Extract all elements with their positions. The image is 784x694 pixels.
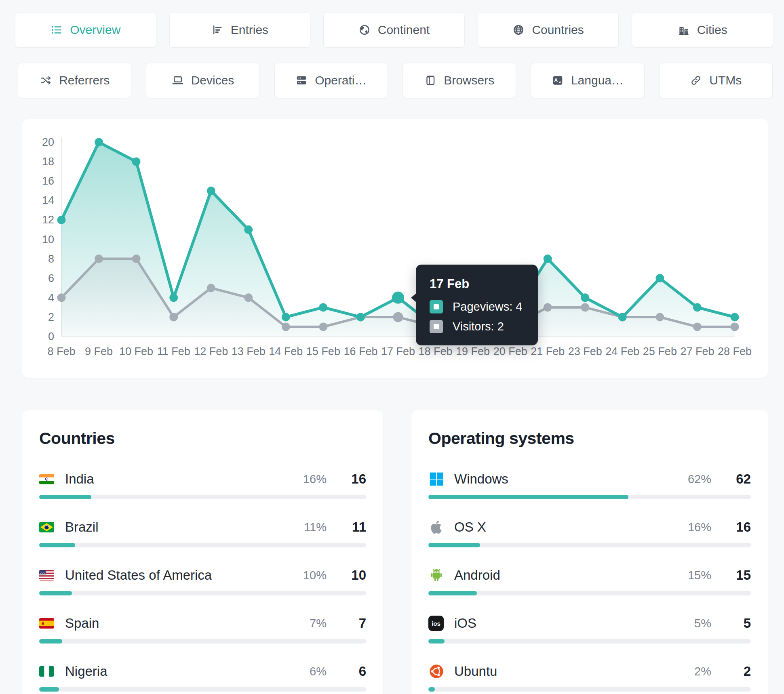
- list-icon: [51, 24, 63, 36]
- svg-text:9 Feb: 9 Feb: [85, 345, 113, 358]
- item-percent: 62%: [688, 473, 711, 486]
- android-icon: [428, 567, 454, 583]
- progress-track: [428, 591, 751, 595]
- pageviews-point[interactable]: [544, 254, 552, 263]
- continent-icon: [358, 24, 371, 36]
- tab-overview[interactable]: Overview: [15, 12, 156, 48]
- pageviews-point[interactable]: [282, 313, 290, 321]
- progress-track: [428, 687, 751, 692]
- tooltip-metric: Pageviews: 4: [453, 300, 523, 313]
- visitors-point[interactable]: [132, 254, 141, 263]
- tooltip-row-pageviews: Pageviews: 4: [430, 300, 524, 313]
- item-percent: 2%: [694, 665, 711, 678]
- buildings-icon: [678, 24, 690, 36]
- svg-text:17 Feb: 17 Feb: [381, 345, 415, 358]
- pageviews-point[interactable]: [244, 225, 253, 234]
- visitors-point[interactable]: [581, 303, 589, 311]
- visitors-point[interactable]: [544, 303, 552, 311]
- list-row: Windows62%62: [428, 470, 751, 488]
- svg-text:16 Feb: 16 Feb: [344, 345, 377, 358]
- list-item-os-x: OS X16%16: [428, 518, 751, 547]
- list-item-android: Android15%15: [428, 566, 751, 595]
- progress-track: [428, 639, 751, 644]
- tab-referrers[interactable]: Referrers: [18, 63, 131, 98]
- visitors-point[interactable]: [655, 313, 664, 321]
- item-name: Nigeria: [65, 664, 107, 679]
- visitors-point[interactable]: [693, 323, 702, 331]
- svg-text:12 Feb: 12 Feb: [194, 345, 228, 358]
- progress-fill: [39, 495, 91, 499]
- pageviews-point[interactable]: [132, 158, 141, 166]
- server-icon: [295, 74, 308, 86]
- tabs-row-primary: OverviewEntriesContinentCountriesCities: [15, 12, 773, 48]
- tab-devices[interactable]: Devices: [146, 63, 259, 98]
- item-name: Brazil: [65, 519, 99, 535]
- item-count: 16: [724, 519, 751, 535]
- svg-text:z: z: [559, 79, 561, 84]
- svg-text:15 Feb: 15 Feb: [306, 345, 340, 358]
- visitors-point[interactable]: [319, 323, 327, 331]
- pageviews-point[interactable]: [581, 293, 589, 302]
- ios-icon: ios: [428, 616, 454, 631]
- pageviews-point[interactable]: [392, 292, 404, 304]
- progress-fill: [39, 543, 75, 547]
- tab-browsers[interactable]: Browsers: [403, 63, 516, 98]
- svg-text:20 Feb: 20 Feb: [493, 345, 527, 358]
- pageviews-point[interactable]: [207, 187, 215, 195]
- item-percent: 7%: [310, 617, 327, 630]
- pageviews-point[interactable]: [169, 293, 178, 302]
- chart-area: 024681012141618208 Feb9 Feb10 Feb11 Feb1…: [22, 119, 768, 378]
- svg-text:13 Feb: 13 Feb: [232, 345, 266, 358]
- item-name: India: [65, 471, 94, 487]
- item-count: 10: [339, 568, 366, 583]
- svg-text:14: 14: [42, 194, 54, 206]
- pageviews-point[interactable]: [319, 303, 327, 311]
- progress-fill: [428, 495, 628, 499]
- visitors-point[interactable]: [282, 323, 290, 331]
- svg-text:18 Feb: 18 Feb: [419, 345, 453, 358]
- tab-cities[interactable]: Cities: [632, 12, 773, 48]
- visitors-point[interactable]: [244, 293, 253, 302]
- item-count: 7: [339, 616, 366, 631]
- item-name: Spain: [65, 616, 99, 631]
- operating-systems-list: Windows62%62OS X16%16Android15%15iosiOS5…: [428, 470, 751, 692]
- tab-continent[interactable]: Continent: [323, 12, 465, 48]
- visitors-point[interactable]: [57, 293, 66, 302]
- progress-fill: [39, 687, 59, 692]
- list-row: Brazil11%11: [39, 518, 366, 536]
- browser-icon: [424, 74, 436, 86]
- pageviews-point[interactable]: [356, 313, 365, 321]
- pageviews-point[interactable]: [655, 274, 664, 282]
- pageviews-point[interactable]: [618, 313, 627, 321]
- item-count: 2: [724, 664, 751, 679]
- tab-label: Entries: [231, 23, 268, 37]
- tab-entries[interactable]: Entries: [169, 12, 311, 48]
- tab-operati[interactable]: Operati…: [274, 63, 388, 98]
- visitors-point[interactable]: [393, 312, 403, 322]
- pageviews-point[interactable]: [693, 303, 702, 311]
- progress-track: [39, 591, 366, 595]
- tab-label: Devices: [191, 74, 234, 87]
- svg-text:12: 12: [42, 214, 54, 226]
- pageviews-point[interactable]: [57, 216, 66, 224]
- svg-text:8: 8: [48, 253, 54, 265]
- traffic-line-chart: 024681012141618208 Feb9 Feb10 Feb11 Feb1…: [22, 119, 768, 378]
- item-name: Windows: [454, 471, 508, 487]
- visitors-point[interactable]: [169, 313, 178, 321]
- svg-text:18: 18: [42, 156, 54, 168]
- item-percent: 11%: [304, 521, 327, 534]
- pageviews-point[interactable]: [95, 138, 103, 147]
- tab-utms[interactable]: UTMs: [659, 63, 773, 98]
- tab-langua[interactable]: AzLangua…: [531, 63, 644, 98]
- visitors-point[interactable]: [95, 254, 103, 263]
- visitors-point[interactable]: [731, 323, 739, 331]
- laptop-icon: [172, 74, 184, 86]
- progress-fill: [428, 687, 435, 692]
- list-item-windows: Windows62%62: [428, 470, 751, 499]
- tab-countries[interactable]: Countries: [478, 12, 619, 48]
- flag-india-icon: [39, 474, 65, 484]
- tab-label: Cities: [697, 23, 727, 37]
- svg-text:14 Feb: 14 Feb: [269, 345, 303, 358]
- visitors-point[interactable]: [207, 284, 215, 292]
- pageviews-point[interactable]: [731, 313, 739, 321]
